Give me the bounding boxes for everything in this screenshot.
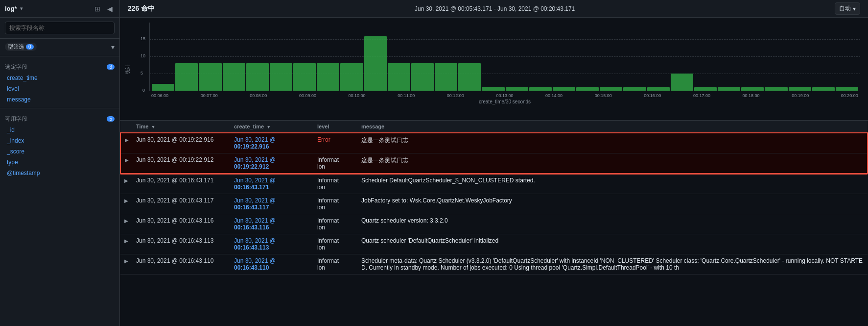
x-label-0: 00:06:00 <box>151 93 168 98</box>
create-time-cell: Jun 30, 2021 @00:16:43.113 <box>230 234 313 254</box>
col-message: message <box>357 121 868 133</box>
bar-14[interactable] <box>482 87 504 91</box>
dropdown-icon[interactable]: ▾ <box>20 5 23 12</box>
field-score[interactable]: _score <box>0 146 119 157</box>
table-row[interactable]: ▶Jun 30, 2021 @ 00:16:43.113Jun 30, 2021… <box>120 234 868 254</box>
table-row[interactable]: ▶Jun 30, 2021 @ 00:16:43.110Jun 30, 2021… <box>120 254 868 275</box>
expand-button[interactable]: ▶ <box>124 198 128 203</box>
auto-dropdown-icon: ▾ <box>853 5 856 12</box>
bar-27[interactable] <box>789 87 811 91</box>
field-index[interactable]: _index <box>0 135 119 146</box>
field-message[interactable]: message <box>0 94 119 105</box>
table-area[interactable]: Time ▼ create_time ▼ level message ▶Jun … <box>120 121 868 326</box>
field-level[interactable]: level <box>0 83 119 94</box>
bar-8[interactable] <box>340 63 363 91</box>
bar-6[interactable] <box>293 63 316 91</box>
col-time[interactable]: Time ▼ <box>132 121 230 133</box>
selected-fields-label: 选定字段 <box>5 63 27 71</box>
bar-9[interactable] <box>364 36 387 91</box>
expand-button[interactable]: ▶ <box>124 218 128 224</box>
search-input[interactable] <box>5 22 115 34</box>
bar-7[interactable] <box>317 63 339 91</box>
create-sort-icon: ▼ <box>266 125 271 129</box>
bar-0[interactable] <box>152 84 174 91</box>
available-fields-count: 5 <box>107 116 115 122</box>
type-filter-toggle-icon[interactable]: ▾ <box>111 43 115 51</box>
x-label-4: 00:10:00 <box>349 93 366 98</box>
x-label-1: 00:07:00 <box>201 93 218 98</box>
expand-cell[interactable]: ▶ <box>120 254 132 275</box>
bar-24[interactable] <box>718 87 740 91</box>
create-time-cell: Jun 30, 2021 @00:16:43.171 <box>230 174 313 194</box>
field-create-time[interactable]: create_time <box>0 73 119 83</box>
bar-13[interactable] <box>458 63 481 91</box>
table-row[interactable]: ▶Jun 30, 2021 @ 00:19:22.912Jun 30, 2021… <box>120 153 868 174</box>
bar-11[interactable] <box>411 63 434 91</box>
col-create-time[interactable]: create_time ▼ <box>230 121 313 133</box>
time-sort-icon: ▼ <box>151 125 156 129</box>
expand-button[interactable]: ▶ <box>124 238 128 244</box>
bar-19[interactable] <box>600 87 622 91</box>
x-label-13: 00:19:00 <box>792 93 809 98</box>
main-content: 226 命中 Jun 30, 2021 @ 00:05:43.171 - Jun… <box>120 0 868 326</box>
table-row[interactable]: ▶Jun 30, 2021 @ 00:19:22.916Jun 30, 2021… <box>120 133 868 153</box>
auto-button[interactable]: 自动 ▾ <box>835 2 860 15</box>
expand-cell[interactable]: ▶ <box>120 194 132 214</box>
level-cell: Information <box>313 194 357 214</box>
bar-15[interactable] <box>506 87 528 91</box>
bar-26[interactable] <box>765 87 787 91</box>
expand-button[interactable]: ▶ <box>124 258 128 264</box>
table-row[interactable]: ▶Jun 30, 2021 @ 00:16:43.171Jun 30, 2021… <box>120 174 868 194</box>
bar-28[interactable] <box>812 87 835 91</box>
bar-18[interactable] <box>576 87 599 91</box>
bar-4[interactable] <box>246 63 269 91</box>
expand-cell[interactable]: ▶ <box>120 214 132 234</box>
grid-icon[interactable]: ⊞ <box>93 4 102 14</box>
expand-button[interactable]: ▶ <box>124 178 128 183</box>
type-filter-section[interactable]: 型筛选 0 ▾ <box>0 39 119 53</box>
chart-y-label: 统计 <box>124 64 131 74</box>
chart-bars <box>149 23 860 91</box>
message-cell: Scheduler DefaultQuartzScheduler_$_NON_C… <box>357 174 868 194</box>
time-cell: Jun 30, 2021 @ 00:16:43.117 <box>132 194 230 214</box>
expand-cell[interactable]: ▶ <box>120 133 132 153</box>
divider-2 <box>0 108 119 108</box>
bar-10[interactable] <box>388 63 410 91</box>
type-filter-badge: 型筛选 0 <box>5 43 37 51</box>
expand-cell[interactable]: ▶ <box>120 153 132 174</box>
available-fields-section[interactable]: 可用字段 5 <box>0 111 119 125</box>
bar-25[interactable] <box>741 87 764 91</box>
field-type[interactable]: type <box>0 157 119 168</box>
bar-3[interactable] <box>223 63 245 91</box>
bar-1[interactable] <box>175 63 198 91</box>
create-time-cell: Jun 30, 2021 @00:19:22.912 <box>230 153 313 174</box>
selected-fields-section[interactable]: 选定字段 3 <box>0 59 119 73</box>
level-cell: Information <box>313 254 357 275</box>
table-row[interactable]: ▶Jun 30, 2021 @ 00:16:43.116Jun 30, 2021… <box>120 214 868 234</box>
bar-12[interactable] <box>435 63 457 91</box>
expand-cell[interactable]: ▶ <box>120 174 132 194</box>
time-cell: Jun 30, 2021 @ 00:19:22.912 <box>132 153 230 174</box>
collapse-icon[interactable]: ◀ <box>105 4 115 14</box>
field-timestamp[interactable]: @timestamp <box>0 168 119 178</box>
expand-button[interactable]: ▶ <box>125 137 129 143</box>
expand-cell[interactable]: ▶ <box>120 234 132 254</box>
expand-button[interactable]: ▶ <box>125 157 129 163</box>
bar-2[interactable] <box>199 63 221 91</box>
x-label-10: 00:16:00 <box>644 93 661 98</box>
x-label-3: 00:09:00 <box>299 93 316 98</box>
log-table: Time ▼ create_time ▼ level message ▶Jun … <box>120 121 868 275</box>
bar-16[interactable] <box>529 87 552 91</box>
table-row[interactable]: ▶Jun 30, 2021 @ 00:16:43.117Jun 30, 2021… <box>120 194 868 214</box>
bar-29[interactable] <box>836 87 858 91</box>
field-id[interactable]: _id <box>0 125 119 135</box>
bar-22[interactable] <box>671 74 693 91</box>
chart-container: 15 10 5 0 00:06:00 00 <box>140 23 860 101</box>
bar-23[interactable] <box>694 87 717 91</box>
search-box <box>0 18 119 39</box>
chart-area: 统计 15 10 5 0 <box>120 18 868 121</box>
bar-17[interactable] <box>553 87 575 91</box>
bar-21[interactable] <box>647 87 670 91</box>
bar-5[interactable] <box>270 63 292 91</box>
bar-20[interactable] <box>623 87 646 91</box>
